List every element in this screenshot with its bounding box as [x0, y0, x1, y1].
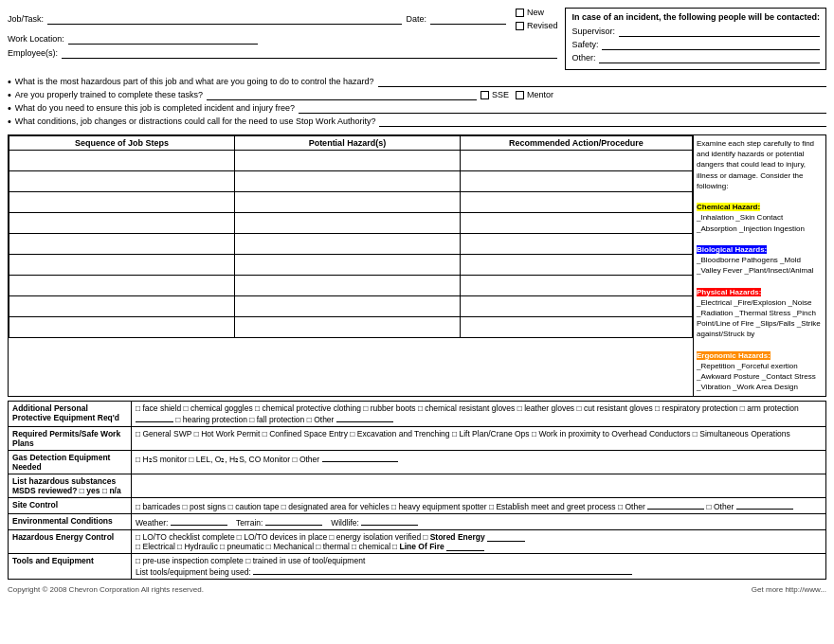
tools-content[interactable]: □ pre-use inspection complete □ trained …: [132, 553, 826, 579]
seq-cell[interactable]: [9, 234, 235, 255]
stored-energy-field[interactable]: [487, 532, 525, 542]
supervisor-label: Supervisor:: [571, 27, 615, 36]
bullet-underline-2[interactable]: [207, 89, 477, 100]
haz-cell[interactable]: [234, 276, 460, 296]
msds-content[interactable]: [132, 474, 826, 497]
site-control-content[interactable]: □ barricades □ post signs □ caution tape…: [132, 497, 826, 513]
loto-checklist: □ LO/TO checklist complete: [136, 532, 235, 542]
tools-text: □ pre-use inspection complete □ trained …: [136, 556, 632, 577]
arm-prot-field[interactable]: [136, 413, 173, 422]
other-field[interactable]: [599, 52, 820, 63]
chemical-hazard-items: _Inhalation _Skin Contact _Absorption _I…: [697, 213, 805, 232]
haz-cell[interactable]: [234, 171, 460, 192]
rec-cell[interactable]: [460, 317, 692, 338]
msds-row: List hazardous substances MSDS reviewed?…: [9, 474, 826, 497]
other-label: Other:: [571, 53, 595, 63]
bullet-underline-3[interactable]: [299, 102, 826, 114]
seq-cell[interactable]: [9, 171, 235, 192]
tools-field[interactable]: [253, 565, 632, 575]
table-row: [9, 276, 693, 296]
wildlife-label: Wildlife:: [331, 518, 359, 528]
gas-other-field[interactable]: [322, 453, 398, 462]
rec-cell[interactable]: [460, 151, 692, 171]
supervisor-line: Supervisor:: [571, 26, 820, 37]
bullet-row-2: • Are you properly trained to complete t…: [8, 89, 826, 100]
ppe-content[interactable]: □ face shield □ chemical goggles □ chemi…: [132, 401, 826, 426]
employees-field[interactable]: [62, 47, 557, 59]
ppe-row: Additional Personal Protective Equipment…: [9, 401, 826, 426]
seq-cell[interactable]: [9, 317, 235, 338]
new-checkbox[interactable]: [516, 9, 524, 17]
other-ppe-field[interactable]: [336, 413, 393, 422]
hec-label: Hazardous Energy Control: [9, 529, 132, 553]
table-row: [9, 171, 693, 192]
site-control-text: □ barricades □ post signs □ caution tape…: [136, 502, 793, 511]
rec-cell[interactable]: [460, 213, 692, 234]
haz-cell[interactable]: [234, 151, 460, 171]
seq-cell[interactable]: [9, 192, 235, 213]
revised-checkbox[interactable]: [516, 22, 524, 30]
biological-hazard-label: Biological Hazards:: [697, 245, 767, 254]
chemical-hazard-label: Chemical Hazard:: [697, 203, 760, 211]
seq-cell[interactable]: [9, 213, 235, 234]
sse-checkbox[interactable]: [480, 91, 489, 99]
supervisor-field[interactable]: [619, 26, 820, 37]
date-label: Date:: [406, 14, 426, 24]
job-task-field[interactable]: [47, 13, 402, 25]
work-location-label: Work Location:: [8, 34, 64, 44]
permits-row: Required Permits/Safe Work Plans □ Gener…: [9, 426, 826, 450]
rec-cell[interactable]: [460, 192, 692, 213]
work-location-field[interactable]: [68, 33, 258, 45]
site-other1-field[interactable]: [647, 500, 704, 510]
seq-cell[interactable]: [9, 276, 235, 296]
safety-line: Safety:: [571, 39, 820, 50]
mentor-checkbox[interactable]: [516, 91, 524, 99]
work-location-line: Work Location:: [8, 33, 557, 45]
job-task-label: Job/Task:: [8, 14, 44, 24]
rec-cell[interactable]: [460, 234, 692, 255]
rec-cell[interactable]: [460, 296, 692, 317]
incident-box-title: In case of an incident, the following pe…: [571, 12, 820, 22]
haz-cell[interactable]: [234, 192, 460, 213]
permits-content[interactable]: □ General SWP □ Hot Work Permit □ Confin…: [132, 426, 826, 450]
gas-content[interactable]: □ H₂S monitor □ LEL, O₂, H₂S, CO Monitor…: [132, 450, 826, 474]
rec-cell[interactable]: [460, 171, 692, 192]
revised-checkbox-item[interactable]: Revised: [516, 21, 558, 30]
loto-row: □ LO/TO checklist complete □ LO/TO devic…: [136, 532, 822, 542]
jsa-table: Sequence of Job Steps Potential Hazard(s…: [9, 135, 693, 338]
bullet-underline-4[interactable]: [379, 116, 826, 127]
haz-cell[interactable]: [234, 234, 460, 255]
haz-cell[interactable]: [234, 296, 460, 317]
site-other2-field[interactable]: [736, 500, 793, 510]
rec-cell[interactable]: [460, 255, 692, 276]
ppe-label: Additional Personal Protective Equipment…: [9, 401, 132, 426]
new-checkbox-item[interactable]: New: [516, 8, 558, 17]
env-text: Weather: Terrain: Wildlife:: [136, 518, 418, 528]
wildlife-field[interactable]: [361, 516, 418, 526]
env-content[interactable]: Weather: Terrain: Wildlife:: [132, 513, 826, 529]
bullet-row-3: • What do you need to ensure this job is…: [8, 102, 826, 114]
employees-label: Employee(s):: [8, 48, 58, 58]
seq-cell[interactable]: [9, 151, 235, 171]
stored-energy: □ Stored Energy: [423, 532, 485, 542]
seq-cell[interactable]: [9, 296, 235, 317]
haz-cell[interactable]: [234, 255, 460, 276]
hec-content[interactable]: □ LO/TO checklist complete □ LO/TO devic…: [132, 529, 826, 553]
weather-field[interactable]: [171, 516, 227, 526]
new-revised-checkboxes: New Revised: [516, 8, 558, 30]
header-section: Job/Task: Date: New Revised Work Locatio: [8, 8, 826, 70]
safety-field[interactable]: [602, 39, 820, 50]
table-row: [9, 234, 693, 255]
haz-cell[interactable]: [234, 213, 460, 234]
date-field[interactable]: [430, 13, 506, 25]
line-of-fire-field[interactable]: [446, 542, 484, 551]
seq-cell[interactable]: [9, 255, 235, 276]
bullet-dot-2: •: [8, 90, 11, 100]
mentor-checkbox-group: Mentor: [516, 89, 556, 100]
bullet-underline-1[interactable]: [378, 76, 826, 87]
haz-cell[interactable]: [234, 317, 460, 338]
new-label: New: [527, 8, 544, 17]
rec-cell[interactable]: [460, 276, 692, 296]
env-label: Environmental Conditions: [9, 513, 132, 529]
terrain-field[interactable]: [265, 516, 322, 526]
